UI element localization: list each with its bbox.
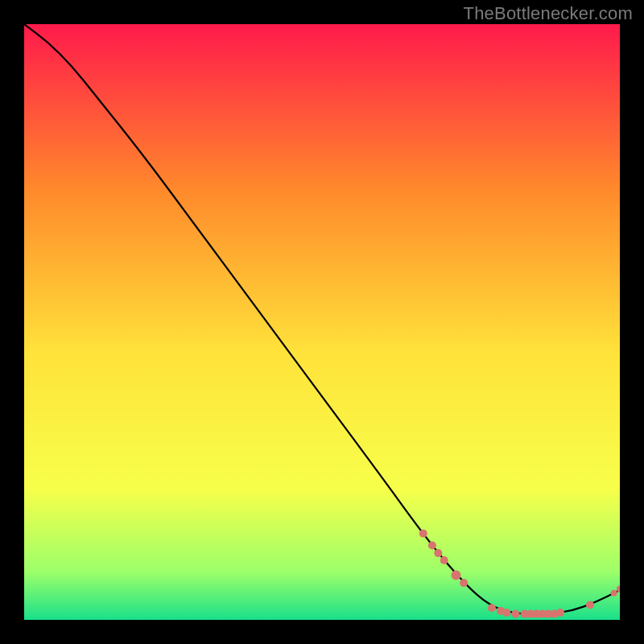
attribution-label: TheBottlenecker.com [464,3,633,24]
data-marker [419,530,427,538]
data-marker [512,610,520,618]
plot-area [24,24,620,620]
data-marker [452,571,461,580]
data-marker [586,601,594,609]
data-marker [611,590,617,597]
data-marker [434,549,442,557]
data-marker [502,609,510,617]
data-marker [488,604,496,612]
chart-frame: TheBottlenecker.com [0,0,644,644]
gradient-background [24,24,620,620]
data-marker [440,556,448,564]
data-marker [428,542,436,550]
bottleneck-chart [24,24,620,620]
data-marker [556,609,564,617]
data-marker [460,579,468,587]
